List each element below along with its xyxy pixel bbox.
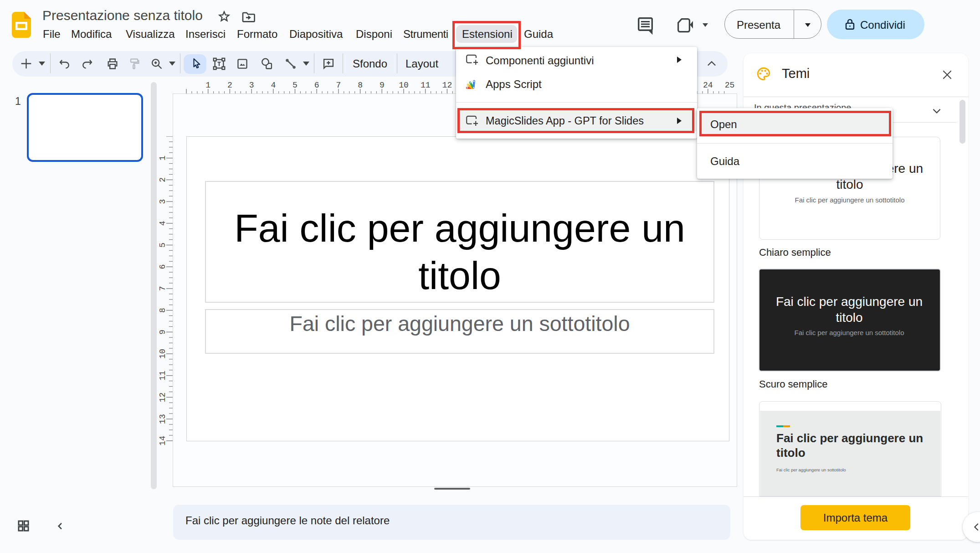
svg-text:10: 10 xyxy=(158,349,167,359)
svg-text:13: 13 xyxy=(158,414,167,424)
svg-text:6: 6 xyxy=(158,264,167,269)
svg-text:11: 11 xyxy=(421,81,431,90)
svg-text:4: 4 xyxy=(271,81,276,90)
svg-text:1: 1 xyxy=(158,155,167,160)
svg-text:14: 14 xyxy=(158,436,167,446)
svg-text:3: 3 xyxy=(249,81,254,90)
svg-text:9: 9 xyxy=(380,81,385,90)
svg-text:2: 2 xyxy=(158,177,167,182)
svg-text:11: 11 xyxy=(158,371,167,381)
svg-text:4: 4 xyxy=(158,221,167,226)
svg-text:1: 1 xyxy=(205,81,210,90)
svg-text:3: 3 xyxy=(158,199,167,204)
svg-text:7: 7 xyxy=(336,81,341,90)
svg-text:5: 5 xyxy=(292,81,298,90)
svg-text:8: 8 xyxy=(358,81,363,90)
svg-text:2: 2 xyxy=(227,81,232,90)
svg-text:8: 8 xyxy=(158,308,167,313)
svg-text:10: 10 xyxy=(399,81,409,90)
svg-text:12: 12 xyxy=(158,393,167,403)
svg-text:12: 12 xyxy=(442,81,452,90)
svg-text:7: 7 xyxy=(158,286,167,291)
svg-text:5: 5 xyxy=(158,243,167,248)
svg-text:9: 9 xyxy=(158,330,167,335)
svg-text:24: 24 xyxy=(703,81,713,90)
svg-text:6: 6 xyxy=(314,81,319,90)
svg-text:25: 25 xyxy=(725,81,735,90)
